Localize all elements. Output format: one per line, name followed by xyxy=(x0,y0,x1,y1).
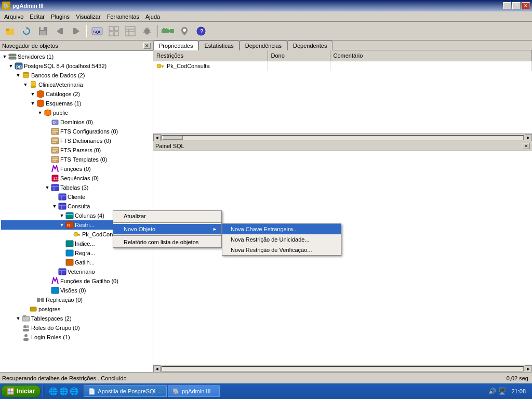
tree-triggers[interactable]: Gatilh... xyxy=(1,258,152,267)
tab-properties[interactable]: Propriedades xyxy=(153,41,198,50)
taskbar-volume-icon[interactable]: 🔊 xyxy=(488,388,496,395)
toolbar-grid[interactable] xyxy=(106,24,122,38)
tree-domains[interactable]: D Domínios (0) xyxy=(1,117,152,127)
submenu-nova-unicidade[interactable]: Nova Restrição de Unicidade... xyxy=(222,234,341,245)
tree-trigger-funcs[interactable]: Funções de Gatilho (0) xyxy=(1,276,152,286)
toolbar-save[interactable] xyxy=(35,24,51,38)
toolbar-table[interactable] xyxy=(123,24,138,38)
group-roles-icon xyxy=(22,324,30,332)
tree-login-roles[interactable]: Login Roles (1) xyxy=(1,332,152,342)
svg-rect-86 xyxy=(37,298,40,302)
svg-rect-63 xyxy=(51,184,59,191)
sql-content xyxy=(153,151,532,365)
menu-visualizar[interactable]: Visualizar xyxy=(73,12,104,21)
taskbar-network-tray-icon[interactable]: 🖥️ xyxy=(498,388,506,395)
submenu-nova-verificacao[interactable]: Nova Restrição de Verificação... xyxy=(222,245,341,255)
maximize-button[interactable]: □ xyxy=(512,2,521,9)
sql-panel-close[interactable]: ✕ xyxy=(523,143,530,149)
constraints-icon: R xyxy=(65,221,74,229)
svg-rect-94 xyxy=(23,329,29,331)
tree-schemas[interactable]: ▼ Esquemas (1) xyxy=(1,99,152,108)
tree-triggers-label: Gatilh... xyxy=(75,258,152,267)
scroll-left-btn[interactable]: ◄ xyxy=(153,134,161,141)
tree-group-roles-label: Roles do Grupo (0) xyxy=(31,324,152,332)
svg-rect-78 xyxy=(78,235,79,236)
svg-rect-14 xyxy=(114,26,118,31)
menu-arquivo[interactable]: Arquivo xyxy=(1,12,26,21)
sql-scroll-track[interactable] xyxy=(162,366,524,371)
toolbar-sql[interactable]: SQL xyxy=(89,24,105,38)
tree-functions[interactable]: Funções (0) xyxy=(1,164,152,174)
menu-ajuda[interactable]: Ajuda xyxy=(142,12,163,21)
h-scrollbar[interactable]: ◄ ► xyxy=(153,134,532,141)
tree-cliente[interactable]: Cliente xyxy=(1,192,152,202)
toolbar-settings[interactable] xyxy=(139,24,155,38)
ctx-atualizar[interactable]: Atualizar xyxy=(113,211,221,221)
svg-rect-13 xyxy=(109,26,113,31)
tree-sequences-label: Sequências (0) xyxy=(60,174,152,182)
tree-fts-tmpl[interactable]: FTS Templates (0) xyxy=(1,155,152,164)
sql-scroll-left[interactable]: ◄ xyxy=(153,365,161,373)
menu-editar[interactable]: Editar xyxy=(26,12,48,21)
taskbar-browser-icon2[interactable]: 🌐 xyxy=(59,387,68,395)
svg-rect-5 xyxy=(41,27,44,30)
sql-h-scrollbar[interactable]: ◄ ► xyxy=(153,365,532,372)
tree-fts-dict[interactable]: FTS Dictionaries (0) xyxy=(1,136,152,145)
tree-servers[interactable]: ▼ Servidores (1) xyxy=(1,52,152,61)
tree-clinicavet[interactable]: ▼ ClinicaVeterinaria xyxy=(1,80,152,89)
tree-fts-tmpl-label: FTS Templates (0) xyxy=(60,155,152,164)
tree-sequences[interactable]: 123 Sequências (0) xyxy=(1,174,152,183)
tab-statistics[interactable]: Estatísticas xyxy=(198,41,239,50)
ctx-relatorio[interactable]: Relatório com lista de objetos xyxy=(113,237,221,247)
taskbar-buttons: 📄 Apostila de PosgreSQL... 🐘 pgAdmin III xyxy=(82,385,485,397)
tree-catalogs[interactable]: ▼ Catálogos (2) xyxy=(1,89,152,99)
sql-scroll-right[interactable]: ► xyxy=(525,365,532,373)
tab-dependencies[interactable]: Dependências xyxy=(240,41,287,50)
tree-rules[interactable]: Regra... xyxy=(1,248,152,258)
domains-icon: D xyxy=(51,118,59,126)
menu-plugins[interactable]: Plugins xyxy=(48,12,73,21)
tree-fts-conf[interactable]: FTS Configurations (0) xyxy=(1,127,152,136)
close-button[interactable]: ✕ xyxy=(522,2,530,9)
toolbar-back[interactable] xyxy=(52,24,68,38)
tree-consulta[interactable]: ▼ Consulta xyxy=(1,202,152,211)
taskbar-network-icon[interactable]: 🌐 xyxy=(70,387,78,395)
tree-replication[interactable]: Replicação (0) xyxy=(1,295,152,304)
tree-fts-parsers[interactable]: FTS Parsers (0) xyxy=(1,145,152,155)
navigator-header: Navegador de objetos ✕ xyxy=(0,41,153,51)
toolbar-plugin[interactable] xyxy=(160,24,176,38)
scroll-track[interactable] xyxy=(162,135,524,140)
tree-tablespaces[interactable]: ▼ Tablespaces (2) xyxy=(1,314,152,323)
scroll-thumb[interactable] xyxy=(162,136,183,140)
tree-databases[interactable]: ▼ Bancos de Dados (2) xyxy=(1,71,152,80)
minimize-button[interactable]: _ xyxy=(503,2,511,9)
toolbar-refresh[interactable] xyxy=(19,24,34,38)
tree-databases-label: Bancos de Dados (2) xyxy=(31,71,152,79)
tree-veterinario[interactable]: Veterinario xyxy=(1,267,152,276)
tree-public[interactable]: ▼ public xyxy=(1,108,152,117)
tree-views[interactable]: Visões (0) xyxy=(1,286,152,295)
svg-point-42 xyxy=(31,86,36,88)
tree-catalogs-label: Catálogos (2) xyxy=(46,90,152,98)
tree-pg[interactable]: ▼ pg PostgreSQL 8.4 (localhost:5432) xyxy=(1,61,152,71)
navigator-close[interactable]: ✕ xyxy=(143,43,151,49)
tree-tables[interactable]: ▼ Tabelas (3) xyxy=(1,183,152,192)
tree-postgres[interactable]: postgres xyxy=(1,304,152,314)
menu-ferramentas[interactable]: Ferramentas xyxy=(104,12,142,21)
submenu-nova-chave[interactable]: Nova Chave Estrangeira... xyxy=(222,224,341,234)
tree-group-roles[interactable]: Roles do Grupo (0) xyxy=(1,323,152,332)
taskbar-browser-icon1[interactable]: 🌐 xyxy=(49,387,58,395)
ctx-novo-objeto[interactable]: Novo Objeto ► xyxy=(113,224,221,234)
tree-tablespaces-label: Tablespaces (2) xyxy=(31,314,152,323)
scroll-right-btn[interactable]: ► xyxy=(525,134,532,141)
svg-point-32 xyxy=(14,55,15,56)
toolbar-open[interactable] xyxy=(2,24,18,38)
taskbar-btn-pgadmin[interactable]: 🐘 pgAdmin III xyxy=(168,385,220,397)
window-controls: _ □ ✕ xyxy=(503,2,530,9)
taskbar-btn-apostila[interactable]: 📄 Apostila de PosgreSQL... xyxy=(84,385,167,397)
toolbar-help[interactable]: ? xyxy=(193,24,209,38)
tab-dependents[interactable]: Dependentes xyxy=(287,41,332,50)
start-button[interactable]: 🪟 Iniciar xyxy=(1,385,41,397)
toolbar-forward[interactable] xyxy=(69,24,84,38)
toolbar-location[interactable] xyxy=(177,24,192,38)
